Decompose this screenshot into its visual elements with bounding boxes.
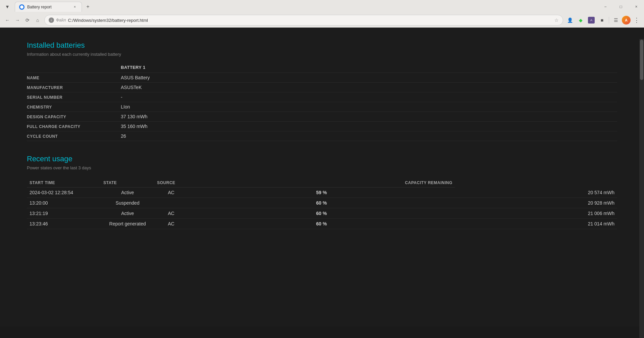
cell-capacity: 21 014 mWh [455,219,617,229]
shield-icon-button[interactable]: ◆ [576,15,585,25]
col-capacity: CAPACITY REMAINING [188,178,455,187]
address-bar-row: ← → ⟳ ⌂ i Файл C:/Windows/system32/batte… [0,13,644,28]
person-icon-button[interactable]: 👤 [565,15,575,25]
toolbar-icons: 👤 ◆ A ■ ☰ A ⋮ [565,15,641,25]
battery-row-label: CYCLE COUNT [27,133,121,139]
tab-title: Battery report [27,5,69,9]
bookmark-star-icon[interactable]: ☆ [554,17,559,23]
battery-row-value: 37 130 mWh [121,114,617,119]
home-button[interactable]: ⌂ [33,15,42,25]
col-state: STATE [101,178,154,187]
tab-nav-left: ▼ [3,2,12,11]
back-button[interactable]: ← [3,15,12,25]
cell-state: Active [101,187,154,198]
battery-row-value: 35 160 mWh [121,124,617,129]
nav-controls: ← → ⟳ ⌂ [3,15,42,25]
battery-row-label: DESIGN CAPACITY [27,114,121,119]
battery-row-label: MANUFACTURER [27,85,121,90]
puzzle-icon-button[interactable]: ■ [597,15,607,25]
installed-batteries-subtitle: Information about each currently install… [27,52,617,57]
toolbar-separator [609,17,609,24]
battery-row-value: ASUS Battery [121,75,617,80]
profile-avatar[interactable]: A [622,16,631,25]
cell-capacity: 21 006 mWh [455,208,617,219]
installed-batteries-section: Installed batteries Information about ea… [27,41,617,141]
maximize-button[interactable]: □ [613,0,629,13]
new-tab-button[interactable]: + [83,2,93,11]
menu-button[interactable]: ⋮ [632,15,641,25]
battery-row: NAMEASUS Battery [27,73,617,82]
forward-button[interactable]: → [13,15,22,25]
scrollbar-thumb[interactable] [640,40,643,80]
col-start-time: START TIME [27,178,101,187]
avatar-initial: A [625,18,628,22]
battery-row-value: 26 [121,133,617,139]
table-row: 13:21:19ActiveAC60 %21 006 mWh [27,208,617,219]
cell-percent: 60 % [188,219,455,229]
cell-capacity: 20 928 mWh [455,198,617,208]
reload-button[interactable]: ⟳ [23,15,32,25]
active-tab: Battery report × [15,2,82,12]
battery-row: DESIGN CAPACITY37 130 mWh [27,112,617,121]
battery-row: SERIAL NUMBER- [27,92,617,102]
page-scrollbar[interactable] [639,39,644,327]
table-row: 2024-03-02 12:28:54ActiveAC59 %20 574 mW… [27,187,617,198]
cell-state: Report generated [101,219,154,229]
battery-row-value: LIon [121,104,617,110]
cell-start-time: 2024-03-02 12:28:54 [27,187,101,198]
address-bar[interactable]: i Файл C:/Windows/system32/battery-repor… [44,15,563,26]
battery-row: MANUFACTURERASUSTeK [27,82,617,92]
close-window-button[interactable]: × [629,0,644,13]
installed-batteries-title: Installed batteries [27,41,617,50]
usage-header-row: START TIME STATE SOURCE CAPACITY REMAINI… [27,178,617,187]
battery-row-label: CHEMISTRY [27,104,121,110]
window-controls: − □ × [598,0,644,13]
page-content: Installed batteries Information about ea… [0,28,644,327]
cell-start-time: 13:20:00 [27,198,101,208]
cell-state: Active [101,208,154,219]
battery-row: FULL CHARGE CAPACITY35 160 mWh [27,121,617,131]
cell-source: AC [154,208,188,219]
ext-badge: A [588,17,595,24]
usage-table: START TIME STATE SOURCE CAPACITY REMAINI… [27,178,617,229]
usage-table-body: 2024-03-02 12:28:54ActiveAC59 %20 574 mW… [27,187,617,229]
battery-row-label: SERIAL NUMBER [27,94,121,100]
address-scheme-icon: i [49,17,54,23]
cell-start-time: 13:23:46 [27,219,101,229]
extension-icon-button[interactable]: A [587,15,596,25]
sidebar-icon-button[interactable]: ☰ [611,15,621,25]
battery-row-value: - [121,94,617,100]
battery-row-label: NAME [27,75,121,80]
cell-source: AC [154,219,188,229]
cell-state: Suspended [101,198,154,208]
col-source: SOURCE [154,178,188,187]
table-row: 13:23:46Report generatedAC60 %21 014 mWh [27,219,617,229]
battery-row-value: ASUSTeK [121,85,617,90]
battery-row-label: FULL CHARGE CAPACITY [27,124,121,129]
cell-start-time: 13:21:19 [27,208,101,219]
cell-capacity: 20 574 mWh [455,187,617,198]
minimize-button[interactable]: − [598,0,613,13]
back-history-button[interactable]: ▼ [3,2,12,11]
recent-usage-subtitle: Power states over the last 3 days [27,165,617,170]
recent-usage-title: Recent usage [27,155,617,163]
address-url: C:/Windows/system32/battery-report.html [68,18,552,23]
close-tab-button[interactable]: × [72,4,78,10]
battery-column-header: BATTERY 1 [27,65,617,70]
address-scheme: Файл [56,18,66,23]
battery-col-label: BATTERY 1 [121,65,617,70]
battery-row: CHEMISTRYLIon [27,102,617,112]
cell-percent: 60 % [188,198,455,208]
cell-percent: 60 % [188,208,455,219]
usage-table-header: START TIME STATE SOURCE CAPACITY REMAINI… [27,178,617,187]
battery-row: CYCLE COUNT26 [27,131,617,141]
recent-usage-section: Recent usage Power states over the last … [27,155,617,229]
cell-source [154,198,188,208]
table-row: 13:20:00Suspended60 %20 928 mWh [27,198,617,208]
tab-favicon-icon [19,4,24,10]
battery-rows: NAMEASUS BatteryMANUFACTURERASUSTeKSERIA… [27,73,617,141]
cell-percent: 59 % [188,187,455,198]
cell-source: AC [154,187,188,198]
